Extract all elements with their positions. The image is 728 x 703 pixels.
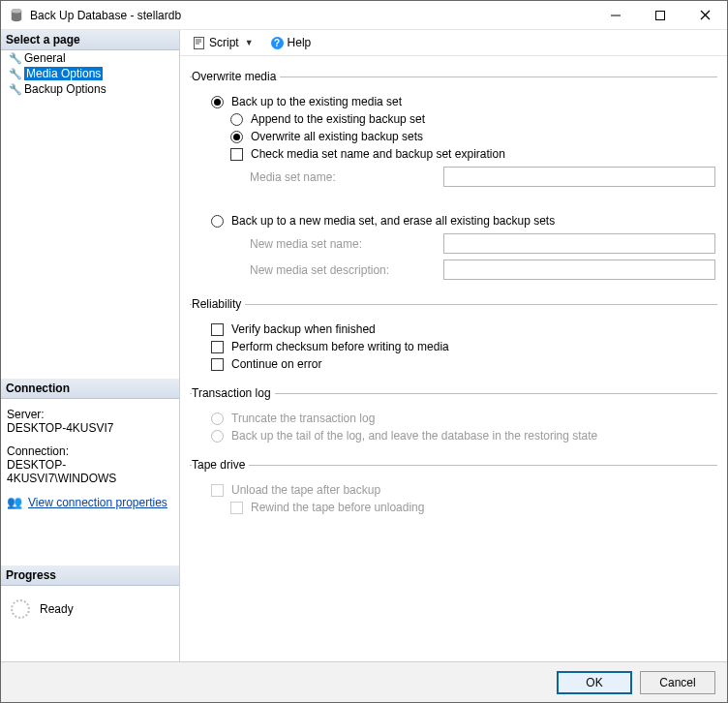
new-media-desc-input[interactable] xyxy=(443,260,715,280)
svg-rect-3 xyxy=(656,11,665,19)
cancel-button[interactable]: Cancel xyxy=(640,671,715,694)
checkbox-icon xyxy=(211,323,224,336)
transaction-log-group: Transaction log Truncate the transaction… xyxy=(190,386,717,446)
chk-unload-tape: Unload the tape after backup xyxy=(192,483,715,497)
svg-point-1 xyxy=(12,9,21,13)
server-value: DESKTOP-4KUSVI7 xyxy=(7,421,173,435)
page-item-label: General xyxy=(24,51,66,65)
minimize-button[interactable] xyxy=(593,1,638,30)
page-item-label: Backup Options xyxy=(24,82,106,96)
radio-overwrite-all[interactable]: Overwrite all existing backup sets xyxy=(192,130,715,143)
help-label: Help xyxy=(288,36,312,49)
tape-drive-group: Tape drive Unload the tape after backup … xyxy=(190,458,717,518)
wrench-icon: 🔧 xyxy=(9,52,20,65)
chk-continue-on-error[interactable]: Continue on error xyxy=(192,357,715,371)
page-item-general[interactable]: 🔧 General xyxy=(1,50,179,66)
radio-append-existing[interactable]: Append to the existing backup set xyxy=(192,112,715,126)
view-connection-properties-link[interactable]: View connection properties xyxy=(28,496,167,509)
radio-label: Back up to a new media set, and erase al… xyxy=(231,214,555,228)
checkbox-label: Verify backup when finished xyxy=(231,322,376,336)
progress-box: Ready xyxy=(1,586,179,632)
checkbox-icon xyxy=(230,502,243,514)
content-area: Overwrite media Back up to the existing … xyxy=(180,56,727,661)
checkbox-label: Perform checksum before writing to media xyxy=(231,340,449,353)
radio-icon xyxy=(230,131,243,143)
checkbox-icon xyxy=(211,341,224,353)
chk-perform-checksum[interactable]: Perform checksum before writing to media xyxy=(192,340,715,353)
ok-button[interactable]: OK xyxy=(557,671,632,694)
svg-line-5 xyxy=(701,11,710,19)
transaction-log-legend: Transaction log xyxy=(192,386,275,400)
help-icon: ? xyxy=(271,37,284,49)
new-media-name-input[interactable] xyxy=(443,233,715,254)
wrench-icon: 🔧 xyxy=(9,68,20,80)
chevron-down-icon: ▼ xyxy=(245,38,254,47)
checkbox-label: Check media set name and backup set expi… xyxy=(251,147,505,161)
overwrite-media-legend: Overwrite media xyxy=(192,70,280,83)
left-panel: Select a page 🔧 General 🔧 Media Options … xyxy=(1,30,180,661)
progress-header: Progress xyxy=(1,565,179,586)
new-media-desc-label: New media set description: xyxy=(250,263,443,277)
script-label: Script xyxy=(209,36,239,49)
checkbox-label: Continue on error xyxy=(231,357,321,371)
script-icon xyxy=(192,36,205,49)
right-panel: Script ▼ ? Help Overwrite media Back up … xyxy=(180,30,727,661)
button-bar: OK Cancel xyxy=(1,661,727,702)
wrench-icon: 🔧 xyxy=(9,83,20,96)
maximize-button[interactable] xyxy=(638,1,682,30)
titlebar: Back Up Database - stellardb xyxy=(1,1,727,30)
page-item-media-options[interactable]: 🔧 Media Options xyxy=(1,66,179,81)
toolbar: Script ▼ ? Help xyxy=(180,30,727,56)
chk-rewind-tape: Rewind the tape before unloading xyxy=(192,501,715,514)
checkbox-icon xyxy=(211,484,224,497)
media-set-name-label: Media set name: xyxy=(250,170,443,184)
page-item-label: Media Options xyxy=(24,67,103,80)
radio-label: Back up to the existing media set xyxy=(231,95,402,108)
checkbox-label: Unload the tape after backup xyxy=(231,483,380,497)
help-button[interactable]: ? Help xyxy=(267,35,316,50)
overwrite-media-group: Overwrite media Back up to the existing … xyxy=(190,70,717,286)
progress-spinner-icon xyxy=(11,599,30,619)
checkbox-icon xyxy=(211,358,224,371)
svg-line-4 xyxy=(701,11,710,19)
close-button[interactable] xyxy=(682,1,727,30)
page-list: 🔧 General 🔧 Media Options 🔧 Backup Optio… xyxy=(1,50,179,97)
people-icon: 👥 xyxy=(7,495,22,509)
chk-check-media-name[interactable]: Check media set name and backup set expi… xyxy=(192,147,715,161)
reliability-legend: Reliability xyxy=(192,297,245,311)
page-item-backup-options[interactable]: 🔧 Backup Options xyxy=(1,81,179,97)
radio-icon xyxy=(211,413,224,425)
radio-backup-tail: Back up the tail of the log, and leave t… xyxy=(192,429,715,443)
tape-drive-legend: Tape drive xyxy=(192,458,249,472)
radio-label: Overwrite all existing backup sets xyxy=(251,130,423,143)
new-media-name-label: New media set name: xyxy=(250,237,443,251)
radio-truncate-log: Truncate the transaction log xyxy=(192,412,715,425)
radio-icon xyxy=(211,215,224,228)
reliability-group: Reliability Verify backup when finished … xyxy=(190,297,717,375)
progress-status: Ready xyxy=(40,602,74,616)
radio-backup-existing[interactable]: Back up to the existing media set xyxy=(192,95,715,108)
connection-label: Connection: xyxy=(7,444,173,458)
media-set-name-input[interactable] xyxy=(443,167,715,187)
server-label: Server: xyxy=(7,408,173,421)
radio-backup-new[interactable]: Back up to a new media set, and erase al… xyxy=(192,214,715,228)
select-page-header: Select a page xyxy=(1,30,179,50)
checkbox-icon xyxy=(230,148,243,161)
checkbox-label: Rewind the tape before unloading xyxy=(251,501,424,514)
radio-icon xyxy=(211,430,224,443)
window-title: Back Up Database - stellardb xyxy=(30,9,181,22)
radio-icon xyxy=(230,113,243,126)
database-icon xyxy=(9,8,24,23)
radio-icon xyxy=(211,96,224,108)
radio-label: Back up the tail of the log, and leave t… xyxy=(231,429,597,443)
connection-value: DESKTOP-4KUSVI7\WINDOWS xyxy=(7,458,173,485)
script-dropdown[interactable]: Script ▼ xyxy=(188,35,263,50)
chk-verify-backup[interactable]: Verify backup when finished xyxy=(192,322,715,336)
radio-label: Truncate the transaction log xyxy=(231,412,375,425)
connection-header: Connection xyxy=(1,379,179,399)
radio-label: Append to the existing backup set xyxy=(251,112,425,126)
connection-box: Server: DESKTOP-4KUSVI7 Connection: DESK… xyxy=(1,399,179,527)
